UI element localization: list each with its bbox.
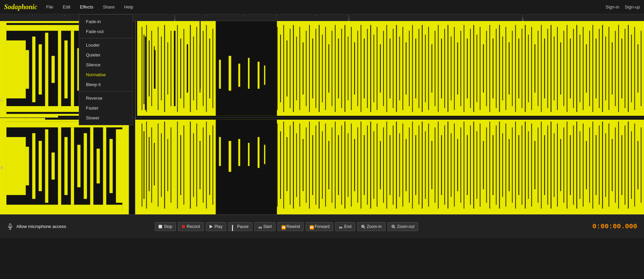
- menu-fade-out[interactable]: Fade-out: [79, 27, 133, 36]
- svg-rect-221: [354, 139, 355, 191]
- svg-rect-336: [26, 147, 29, 185]
- svg-rect-304: [622, 135, 622, 195]
- svg-rect-80: [338, 38, 339, 98]
- svg-rect-164: [609, 27, 609, 110]
- stop-button[interactable]: Stop: [155, 222, 176, 231]
- svg-rect-192: [200, 141, 200, 189]
- nav-right: Sign-in Sign-up: [606, 4, 640, 10]
- nav-menu: File Edit Effects Share Help: [44, 3, 606, 11]
- svg-rect-319: [45, 33, 48, 106]
- svg-rect-117: [457, 42, 458, 94]
- svg-rect-343: [71, 127, 74, 204]
- svg-rect-274: [525, 121, 525, 209]
- svg-rect-27: [229, 56, 231, 91]
- svg-rect-216: [338, 135, 339, 195]
- nav-effects[interactable]: Effects: [78, 3, 95, 11]
- nav-help[interactable]: Help: [122, 3, 135, 11]
- pause-button[interactable]: Pause: [228, 222, 252, 231]
- svg-rect-176: [144, 131, 144, 199]
- nav-file[interactable]: File: [44, 3, 55, 11]
- svg-rect-94: [383, 31, 384, 106]
- svg-rect-144: [544, 38, 545, 98]
- svg-rect-253: [457, 139, 458, 191]
- menu-normalise[interactable]: Normalise: [79, 70, 133, 80]
- zoom-out-button[interactable]: Zoom-out: [388, 222, 418, 231]
- zoom-in-button[interactable]: Zoom-in: [357, 222, 386, 231]
- end-button[interactable]: End: [335, 222, 355, 231]
- forward-button[interactable]: Forward: [306, 222, 333, 231]
- channel-label-l: L: [1, 98, 3, 102]
- menu-fade-in[interactable]: Fade-in: [79, 17, 133, 27]
- signup-link[interactable]: Sign-up: [625, 4, 640, 10]
- svg-rect-247: [438, 121, 439, 209]
- svg-rect-110: [435, 31, 435, 106]
- svg-rect-294: [589, 127, 590, 203]
- svg-rect-162: [602, 25, 603, 112]
- svg-rect-196: [213, 126, 213, 205]
- nav-share[interactable]: Share: [101, 3, 117, 11]
- svg-rect-150: [564, 31, 564, 106]
- svg-rect-154: [576, 25, 577, 112]
- nav-edit[interactable]: Edit: [61, 3, 72, 11]
- svg-rect-218: [344, 121, 345, 209]
- svg-rect-31: [264, 66, 265, 85]
- svg-rect-65: [290, 29, 290, 108]
- svg-rect-338: [39, 141, 42, 191]
- svg-rect-234: [396, 121, 397, 209]
- svg-rect-271: [515, 121, 516, 209]
- menu-silence[interactable]: Silence: [79, 60, 133, 70]
- svg-rect-227: [374, 131, 374, 199]
- svg-rect-57: [203, 31, 203, 106]
- play-label: Play: [215, 224, 222, 229]
- menu-louder[interactable]: Louder: [79, 40, 133, 50]
- stop-icon: [159, 225, 162, 228]
- svg-rect-163: [605, 36, 606, 100]
- svg-rect-33: [219, 137, 221, 166]
- svg-rect-279: [541, 121, 542, 209]
- svg-rect-298: [602, 121, 603, 209]
- svg-rect-45: [158, 27, 159, 110]
- rewind-button[interactable]: Rewind: [278, 222, 304, 231]
- svg-rect-92: [377, 27, 377, 110]
- menu-faster[interactable]: Faster: [79, 103, 133, 113]
- svg-rect-138: [525, 25, 525, 112]
- menu-slower[interactable]: Slower: [79, 113, 133, 123]
- menu-reverse[interactable]: Reverse: [79, 93, 133, 103]
- ruler-mark-2: 2: [348, 14, 350, 22]
- menu-bleep-it[interactable]: Bleep it: [79, 80, 133, 89]
- svg-rect-51: [180, 38, 181, 98]
- svg-rect-30: [257, 62, 260, 89]
- logo-part1: Soda: [4, 3, 18, 11]
- svg-rect-140: [531, 27, 532, 110]
- svg-rect-222: [357, 127, 358, 203]
- svg-rect-268: [505, 124, 506, 207]
- svg-rect-280: [544, 135, 545, 195]
- play-button[interactable]: Play: [206, 222, 226, 231]
- svg-rect-116: [454, 27, 455, 110]
- svg-rect-119: [464, 25, 464, 112]
- svg-rect-146: [551, 25, 551, 112]
- svg-rect-41: [146, 25, 147, 112]
- svg-rect-170: [628, 25, 629, 112]
- logo-part2: phonic: [18, 3, 37, 11]
- svg-rect-21: [155, 50, 156, 89]
- svg-rect-353: [10, 224, 11, 227]
- svg-rect-284: [557, 124, 558, 207]
- signin-link[interactable]: Sign-in: [606, 4, 619, 10]
- start-button[interactable]: Start: [254, 222, 275, 231]
- svg-rect-143: [541, 25, 542, 112]
- svg-rect-212: [325, 124, 326, 207]
- svg-rect-199: [283, 121, 284, 209]
- svg-rect-147: [554, 36, 555, 100]
- record-button[interactable]: Record: [178, 222, 204, 231]
- menu-quieter[interactable]: Quieter: [79, 50, 133, 60]
- svg-rect-128: [493, 38, 493, 98]
- start-icon: [258, 225, 262, 228]
- svg-rect-337: [32, 133, 35, 199]
- svg-rect-130: [499, 25, 500, 112]
- svg-line-357: [364, 227, 365, 228]
- svg-rect-20: [145, 36, 146, 110]
- svg-rect-178: [149, 137, 149, 191]
- zoom-out-icon: [391, 225, 395, 229]
- svg-rect-257: [470, 126, 471, 205]
